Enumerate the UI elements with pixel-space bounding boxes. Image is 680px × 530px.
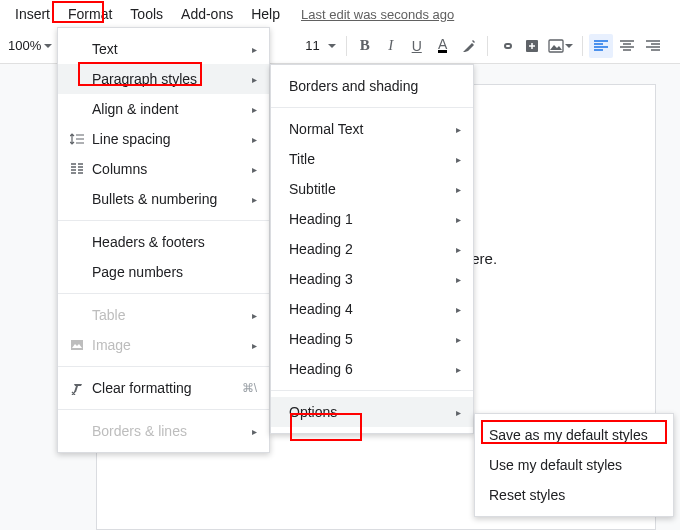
separator [271, 107, 473, 108]
columns-icon [66, 163, 88, 175]
menu-use-default-styles[interactable]: Use my default styles [475, 450, 673, 480]
menu-options[interactable]: Options▸ [271, 397, 473, 427]
chevron-right-icon: ▸ [252, 310, 257, 321]
menu-page-numbers[interactable]: Page numbers [58, 257, 269, 287]
align-left-icon [594, 40, 608, 52]
insert-image-button[interactable] [546, 34, 576, 58]
chevron-right-icon: ▸ [252, 134, 257, 145]
chevron-right-icon: ▸ [252, 194, 257, 205]
paragraph-styles-dropdown: Borders and shading Normal Text▸ Title▸ … [270, 64, 474, 434]
menu-borders-lines: Borders & lines▸ [58, 416, 269, 446]
chevron-right-icon: ▸ [252, 164, 257, 175]
align-center-icon [620, 40, 634, 52]
separator [58, 220, 269, 221]
chevron-right-icon: ▸ [456, 364, 461, 375]
chevron-right-icon: ▸ [456, 124, 461, 135]
separator [58, 366, 269, 367]
highlighter-icon [461, 38, 477, 54]
chevron-right-icon: ▸ [456, 214, 461, 225]
menu-insert[interactable]: Insert [6, 2, 59, 26]
menu-title[interactable]: Title▸ [271, 144, 473, 174]
caret-down-icon [565, 44, 573, 48]
svg-rect-1 [549, 40, 563, 52]
chevron-right-icon: ▸ [456, 184, 461, 195]
font-size-value: 11 [305, 38, 319, 53]
align-center-button[interactable] [615, 34, 639, 58]
menu-align-indent[interactable]: Align & indent▸ [58, 94, 269, 124]
align-right-icon [646, 40, 660, 52]
menu-borders-shading[interactable]: Borders and shading [271, 71, 473, 101]
menu-table: Table▸ [58, 300, 269, 330]
chevron-right-icon: ▸ [252, 44, 257, 55]
align-right-button[interactable] [641, 34, 665, 58]
chevron-right-icon: ▸ [456, 304, 461, 315]
link-icon [498, 38, 514, 54]
menu-text[interactable]: Text▸ [58, 34, 269, 64]
menu-columns[interactable]: Columns▸ [58, 154, 269, 184]
separator [582, 36, 583, 56]
underline-button[interactable]: U [405, 34, 429, 58]
menu-help[interactable]: Help [242, 2, 289, 26]
last-edit-label[interactable]: Last edit was seconds ago [301, 7, 454, 22]
menu-line-spacing[interactable]: Line spacing▸ [58, 124, 269, 154]
italic-button[interactable]: I [379, 34, 403, 58]
image-icon [66, 339, 88, 351]
chevron-right-icon: ▸ [252, 104, 257, 115]
menu-heading-3[interactable]: Heading 3▸ [271, 264, 473, 294]
menu-heading-5[interactable]: Heading 5▸ [271, 324, 473, 354]
menu-headers-footers[interactable]: Headers & footers [58, 227, 269, 257]
separator [58, 293, 269, 294]
clear-format-icon [66, 381, 88, 395]
menu-reset-styles[interactable]: Reset styles [475, 480, 673, 510]
chevron-right-icon: ▸ [456, 274, 461, 285]
chevron-right-icon: ▸ [456, 244, 461, 255]
chevron-right-icon: ▸ [252, 340, 257, 351]
chevron-right-icon: ▸ [252, 74, 257, 85]
align-left-button[interactable] [589, 34, 613, 58]
menu-heading-2[interactable]: Heading 2▸ [271, 234, 473, 264]
line-spacing-icon [66, 133, 88, 145]
menu-format[interactable]: Format [59, 2, 121, 26]
separator [271, 390, 473, 391]
separator [487, 36, 488, 56]
menu-bullets-numbering[interactable]: Bullets & numbering▸ [58, 184, 269, 214]
text-color-icon: A [438, 38, 447, 53]
menu-heading-1[interactable]: Heading 1▸ [271, 204, 473, 234]
zoom-value: 100% [8, 38, 41, 53]
plus-box-icon [524, 38, 540, 54]
chevron-right-icon: ▸ [252, 426, 257, 437]
zoom-selector[interactable]: 100% [4, 36, 56, 55]
highlight-button[interactable] [457, 34, 481, 58]
insert-link-button[interactable] [494, 34, 518, 58]
caret-down-icon [44, 44, 52, 48]
menu-heading-6[interactable]: Heading 6▸ [271, 354, 473, 384]
bold-button[interactable]: B [353, 34, 377, 58]
format-dropdown: Text▸ Paragraph styles▸ Align & indent▸ … [57, 27, 270, 453]
menubar: Insert Format Tools Add-ons Help Last ed… [0, 0, 680, 28]
chevron-right-icon: ▸ [456, 154, 461, 165]
shortcut-label: ⌘\ [242, 381, 257, 395]
svg-rect-2 [71, 340, 83, 350]
menu-clear-formatting[interactable]: Clear formatting⌘\ [58, 373, 269, 403]
add-comment-button[interactable] [520, 34, 544, 58]
image-icon [548, 39, 564, 53]
options-dropdown: Save as my default styles Use my default… [474, 413, 674, 517]
menu-heading-4[interactable]: Heading 4▸ [271, 294, 473, 324]
menu-tools[interactable]: Tools [121, 2, 172, 26]
menu-save-default-styles[interactable]: Save as my default styles [475, 420, 673, 450]
menu-normal-text[interactable]: Normal Text▸ [271, 114, 473, 144]
chevron-right-icon: ▸ [456, 334, 461, 345]
text-color-button[interactable]: A [431, 34, 455, 58]
menu-subtitle[interactable]: Subtitle▸ [271, 174, 473, 204]
menu-image: Image▸ [58, 330, 269, 360]
font-size-selector[interactable]: 11 [301, 36, 339, 55]
menu-addons[interactable]: Add-ons [172, 2, 242, 26]
menu-paragraph-styles[interactable]: Paragraph styles▸ [58, 64, 269, 94]
caret-down-icon [328, 44, 336, 48]
separator [58, 409, 269, 410]
separator [346, 36, 347, 56]
chevron-right-icon: ▸ [456, 407, 461, 418]
